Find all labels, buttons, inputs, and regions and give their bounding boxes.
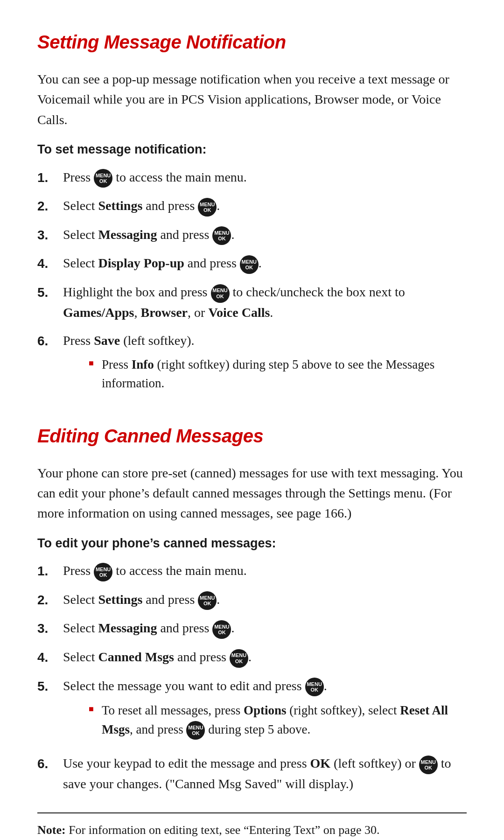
section1-heading: Setting Message Notification (37, 28, 467, 56)
step-content: Press MENUOK to access the main menu. (63, 168, 467, 188)
menu-ok-btn: MENUOK (186, 721, 205, 740)
step5-bullets: ■ To reset all messages, press Options (… (89, 701, 467, 740)
section1-step-6: 6. Press Save (left softkey). ■ Press In… (37, 331, 467, 399)
bullet-text: To reset all messages, press Options (ri… (102, 701, 467, 740)
step-content: Press Save (left softkey). ■ Press Info … (63, 331, 467, 399)
section1-step-2: 2. Select Settings and press MENUOK. (37, 196, 467, 217)
section2-intro: Your phone can store pre-set (canned) me… (37, 463, 467, 524)
step-content: Use your keypad to edit the message and … (63, 754, 467, 794)
step-content: Select Display Pop-up and press MENUOK. (63, 253, 467, 274)
section2-subheading: To edit your phone’s canned messages: (37, 534, 467, 553)
step-num: 5. (37, 676, 63, 696)
section1-subheading: To set message notification: (37, 140, 467, 159)
step-num: 2. (37, 196, 63, 216)
section1-step-3: 3. Select Messaging and press MENUOK. (37, 225, 467, 245)
step6-bullets: ■ Press Info (right softkey) during step… (89, 355, 467, 393)
menu-ok-btn: MENUOK (240, 255, 259, 274)
step-content: Select Canned Msgs and press MENUOK. (63, 647, 467, 668)
step-content: Select Messaging and press MENUOK. (63, 618, 467, 639)
section2-step-5: 5. Select the message you want to edit a… (37, 676, 467, 746)
content-area: Setting Message Notification You can see… (37, 28, 467, 840)
bullet-icon: ■ (89, 701, 102, 715)
menu-ok-btn: MENUOK (94, 169, 112, 188)
step-content: Select the message you want to edit and … (63, 676, 467, 746)
section2-step-1: 1. Press MENUOK to access the main menu. (37, 561, 467, 581)
step-num: 6. (37, 754, 63, 774)
step-num: 4. (37, 647, 63, 667)
section1-step-1: 1. Press MENUOK to access the main menu. (37, 168, 467, 188)
menu-ok-btn: MENUOK (198, 198, 217, 217)
section2-steps: 1. Press MENUOK to access the main menu.… (37, 561, 467, 794)
section1-step-5: 5. Highlight the box and press MENUOK to… (37, 282, 467, 322)
menu-ok-btn: MENUOK (198, 591, 217, 610)
section2-step-2: 2. Select Settings and press MENUOK. (37, 590, 467, 610)
section-1: Setting Message Notification You can see… (37, 28, 467, 399)
menu-ok-btn: MENUOK (211, 284, 230, 303)
section2-step-4: 4. Select Canned Msgs and press MENUOK. (37, 647, 467, 668)
bullet-item: ■ Press Info (right softkey) during step… (89, 355, 467, 393)
section1-intro: You can see a pop-up message notificatio… (37, 69, 467, 130)
bullet-text: Press Info (right softkey) during step 5… (102, 355, 467, 393)
section-2: Editing Canned Messages Your phone can s… (37, 422, 467, 840)
menu-ok-btn: MENUOK (212, 226, 231, 245)
menu-ok-btn: MENUOK (94, 563, 112, 581)
step-content: Select Settings and press MENUOK. (63, 196, 467, 217)
section2-step-6: 6. Use your keypad to edit the message a… (37, 754, 467, 794)
note-label: Note: (37, 823, 66, 837)
step-content: Select Messaging and press MENUOK. (63, 225, 467, 245)
step-content: Press MENUOK to access the main menu. (63, 561, 467, 581)
step-num: 5. (37, 282, 63, 302)
step-num: 3. (37, 225, 63, 245)
note-bar: Note: For information on editing text, s… (37, 812, 467, 840)
step-num: 1. (37, 561, 63, 581)
step-num: 2. (37, 590, 63, 610)
step-content: Highlight the box and press MENUOK to ch… (63, 282, 467, 322)
menu-ok-btn: MENUOK (305, 678, 324, 696)
note-text: For information on editing text, see “En… (66, 823, 380, 837)
menu-ok-btn: MENUOK (419, 756, 438, 774)
step-num: 1. (37, 168, 63, 188)
menu-ok-btn: MENUOK (230, 649, 248, 668)
step-num: 4. (37, 253, 63, 273)
step-num: 3. (37, 618, 63, 638)
step-content: Select Settings and press MENUOK. (63, 590, 467, 610)
section2-heading: Editing Canned Messages (37, 422, 467, 450)
section1-steps: 1. Press MENUOK to access the main menu.… (37, 168, 467, 399)
bullet-icon: ■ (89, 355, 102, 370)
step-num: 6. (37, 331, 63, 351)
section1-step-4: 4. Select Display Pop-up and press MENUO… (37, 253, 467, 274)
section2-step-3: 3. Select Messaging and press MENUOK. (37, 618, 467, 639)
menu-ok-btn: MENUOK (212, 620, 231, 639)
bullet-item: ■ To reset all messages, press Options (… (89, 701, 467, 740)
